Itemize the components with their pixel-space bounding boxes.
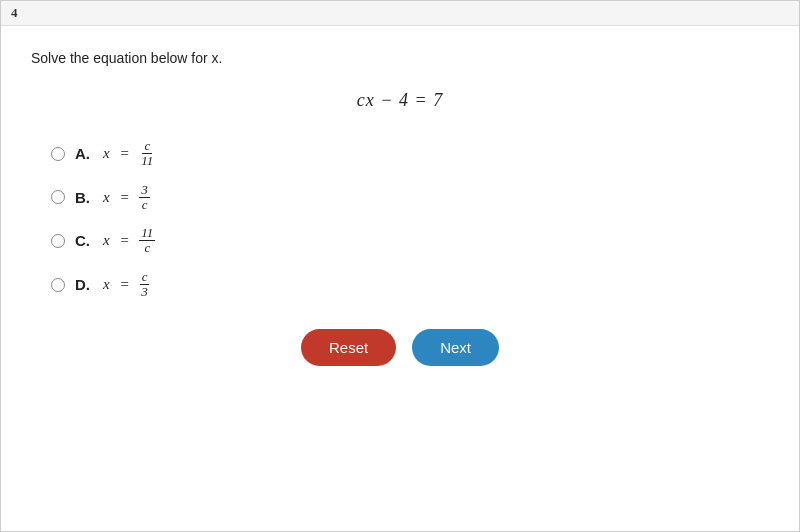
question-instruction: Solve the equation below for x. — [31, 50, 769, 66]
option-item-D: D. x = c 3 — [51, 270, 769, 300]
question-body: Solve the equation below for x. cx − 4 =… — [1, 26, 799, 386]
radio-B[interactable] — [51, 190, 65, 204]
radio-A[interactable] — [51, 147, 65, 161]
option-math-A: x = c 11 — [103, 139, 155, 169]
page-container: 4 Solve the equation below for x. cx − 4… — [0, 0, 800, 532]
fraction-A-den: 11 — [139, 154, 155, 168]
fraction-C: 11 c — [139, 226, 155, 256]
reset-button[interactable]: Reset — [301, 329, 396, 366]
fraction-B-den: c — [140, 198, 150, 212]
buttons-row: Reset Next — [31, 329, 769, 366]
option-label-A: A. — [75, 145, 95, 162]
option-math-D: x = c 3 — [103, 270, 150, 300]
question-number: 4 — [11, 5, 18, 20]
question-number-bar: 4 — [1, 1, 799, 26]
radio-C[interactable] — [51, 234, 65, 248]
option-label-C: C. — [75, 232, 95, 249]
fraction-C-den: c — [142, 241, 152, 255]
fraction-D: c 3 — [139, 270, 150, 300]
fraction-B-num: 3 — [139, 183, 150, 198]
options-list: A. x = c 11 B. x = 3 c — [51, 139, 769, 299]
option-item-A: A. x = c 11 — [51, 139, 769, 169]
option-item-B: B. x = 3 c — [51, 183, 769, 213]
fraction-A: c 11 — [139, 139, 155, 169]
fraction-A-num: c — [142, 139, 152, 154]
option-label-B: B. — [75, 189, 95, 206]
next-button[interactable]: Next — [412, 329, 499, 366]
option-label-D: D. — [75, 276, 95, 293]
fraction-C-num: 11 — [139, 226, 155, 241]
equation-text: cx − 4 = 7 — [357, 90, 443, 110]
fraction-D-num: c — [140, 270, 150, 285]
option-item-C: C. x = 11 c — [51, 226, 769, 256]
option-math-C: x = 11 c — [103, 226, 155, 256]
radio-D[interactable] — [51, 278, 65, 292]
option-math-B: x = 3 c — [103, 183, 150, 213]
fraction-B: 3 c — [139, 183, 150, 213]
fraction-D-den: 3 — [139, 285, 150, 299]
equation-display: cx − 4 = 7 — [31, 90, 769, 111]
